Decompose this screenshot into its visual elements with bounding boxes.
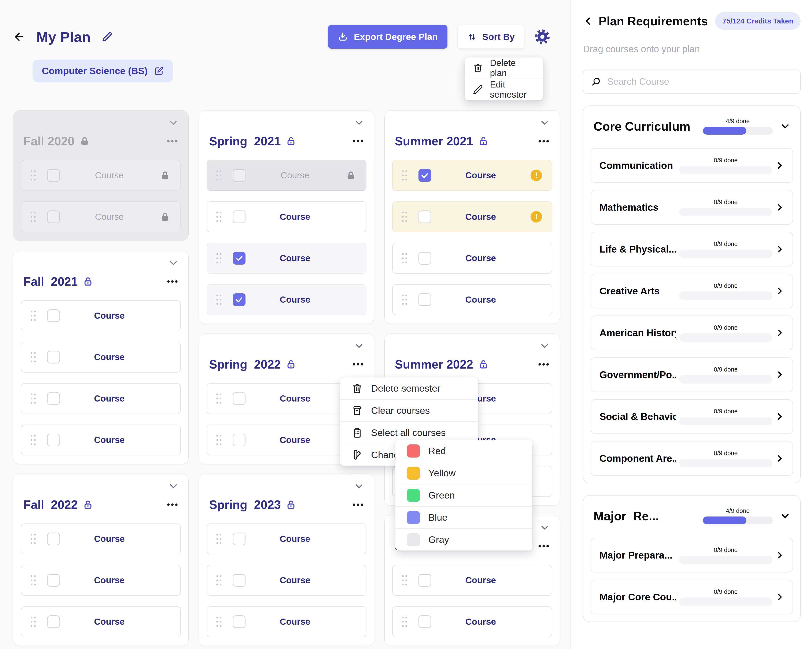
edit-plan-name-button[interactable] [102,32,112,42]
requirement-row-american-history[interactable]: American History 0/9 done [591,315,793,350]
requirement-row-life-physical[interactable]: Life & Physical... 0/9 done [591,232,793,267]
course-row[interactable]: Course [207,524,366,555]
course-row[interactable]: Course [207,160,366,191]
course-checkbox[interactable] [418,615,431,628]
course-row[interactable]: Course [21,425,181,456]
course-row[interactable]: Course [207,243,366,274]
drag-handle-icon[interactable] [402,617,407,627]
menu-item-delete-plan[interactable]: Delete plan [465,58,543,79]
course-checkbox[interactable] [233,574,246,587]
menu-item-color-gray[interactable]: Gray [395,529,533,550]
course-checkbox-checked[interactable] [233,252,246,265]
drag-handle-icon[interactable] [216,435,221,445]
drag-handle-icon[interactable] [216,295,221,305]
expand-requirement-button[interactable] [775,203,784,212]
semester-options-button[interactable] [352,358,364,370]
drag-handle-icon[interactable] [402,253,407,264]
course-checkbox[interactable] [47,392,60,405]
drag-handle-icon[interactable] [216,534,221,544]
course-checkbox[interactable] [233,210,246,223]
collapse-chevron-icon[interactable] [354,341,364,350]
drag-handle-icon[interactable] [31,575,36,586]
course-checkbox[interactable] [47,210,60,223]
collapse-chevron-icon[interactable] [354,118,364,128]
collapse-chevron-icon[interactable] [168,481,178,491]
course-row[interactable]: Course [21,160,181,191]
drag-handle-icon[interactable] [31,352,36,363]
course-checkbox[interactable] [418,210,431,223]
expand-requirement-button[interactable] [775,286,784,296]
search-input[interactable] [607,76,792,87]
semester-options-button[interactable] [352,499,364,510]
course-checkbox[interactable] [47,615,60,628]
collapse-chevron-icon[interactable] [540,341,549,350]
course-row[interactable]: Course [207,284,366,315]
course-checkbox[interactable] [418,293,431,306]
collapse-chevron-icon[interactable] [168,258,178,268]
course-checkbox[interactable] [47,533,60,545]
expand-requirement-button[interactable] [775,412,784,421]
course-checkbox[interactable] [233,615,246,628]
drag-handle-icon[interactable] [216,575,221,586]
drag-handle-icon[interactable] [31,435,36,445]
course-search[interactable] [583,70,801,94]
expand-requirement-button[interactable] [775,454,784,463]
expand-requirement-button[interactable] [775,593,784,602]
course-checkbox[interactable] [418,252,431,265]
menu-item-color-red[interactable]: Red [395,440,533,462]
drag-handle-icon[interactable] [31,534,36,544]
course-row[interactable]: Course [21,606,181,637]
requirement-row-creative-arts[interactable]: Creative Arts 0/9 done [591,274,793,308]
drag-handle-icon[interactable] [216,253,221,264]
course-row-warning[interactable]: Course [392,201,552,232]
course-checkbox[interactable] [47,351,60,364]
semester-options-button[interactable] [538,358,549,370]
course-checkbox-checked[interactable] [233,293,246,306]
expand-requirement-button[interactable] [775,328,784,337]
semester-options-button[interactable] [166,499,178,510]
expand-requirement-button[interactable] [775,370,784,379]
requirement-row-component-area[interactable]: Component Are... 0/9 done [591,441,793,476]
menu-item-delete-semester[interactable]: Delete semester [340,378,478,399]
course-row[interactable]: Course [21,342,181,373]
sort-by-button[interactable]: Sort By [458,25,524,49]
section-collapse-button[interactable] [780,121,790,131]
expand-requirement-button[interactable] [775,245,784,254]
course-checkbox[interactable] [233,169,246,182]
menu-item-color-yellow[interactable]: Yellow [395,462,533,484]
drag-handle-icon[interactable] [31,170,36,181]
collapse-chevron-icon[interactable] [540,523,549,532]
collapse-chevron-icon[interactable] [354,481,364,491]
drag-handle-icon[interactable] [31,393,36,404]
course-row[interactable]: Course [207,201,366,232]
drag-handle-icon[interactable] [216,393,221,404]
requirement-row-communication[interactable]: Communication 0/9 done [591,148,793,183]
requirement-row-mathematics[interactable]: Mathematics 0/9 done [591,190,793,225]
course-checkbox[interactable] [418,574,431,587]
course-row[interactable]: Course [207,565,366,596]
drag-handle-icon[interactable] [216,212,221,222]
menu-item-edit-semester[interactable]: Edit semester [465,79,543,100]
requirement-row-social-behavioral[interactable]: Social & Behavio... 0/9 done [591,399,793,434]
drag-handle-icon[interactable] [216,617,221,627]
drag-handle-icon[interactable] [31,617,36,627]
drag-handle-icon[interactable] [402,295,407,305]
course-row[interactable]: Course [207,606,366,637]
course-row[interactable]: Course [392,565,552,596]
course-row[interactable]: Course [392,243,552,274]
course-row[interactable]: Course [21,565,181,596]
sidebar-back-button[interactable] [583,16,593,26]
export-degree-plan-button[interactable]: Export Degree Plan [328,25,447,49]
semester-options-button[interactable] [352,135,364,147]
back-button[interactable] [13,31,25,43]
drag-handle-icon[interactable] [402,170,407,181]
drag-handle-icon[interactable] [31,212,36,222]
drag-handle-icon[interactable] [402,212,407,222]
drag-handle-icon[interactable] [31,311,36,321]
collapse-chevron-icon[interactable] [168,118,178,128]
plan-settings-button[interactable] [534,29,550,45]
requirement-row-major-core[interactable]: Major Core Cou... 0/9 done [591,580,793,614]
drag-handle-icon[interactable] [216,170,221,181]
course-row[interactable]: Course [392,606,552,637]
menu-item-color-green[interactable]: Green [395,484,533,506]
